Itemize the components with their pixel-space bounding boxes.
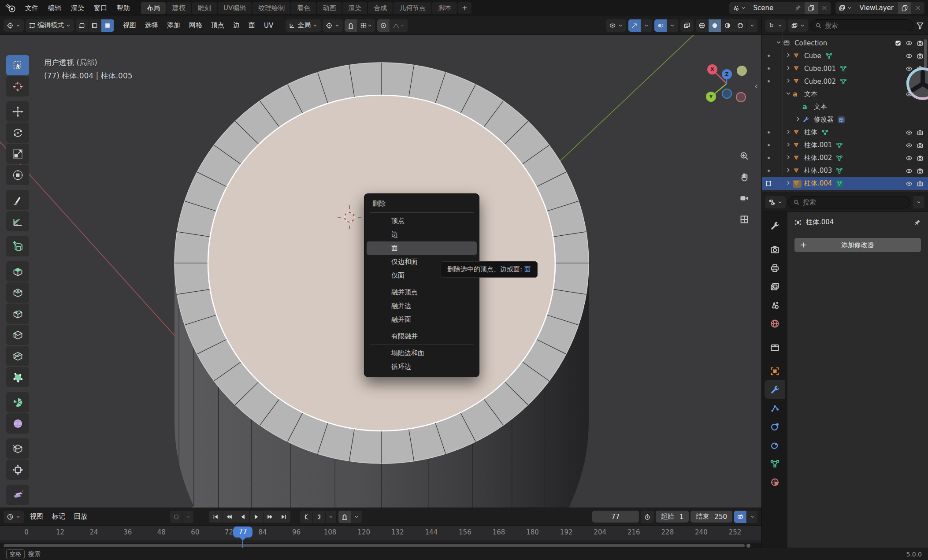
show-gizmo-toggle[interactable]: [628, 19, 641, 32]
preview-range-button[interactable]: [641, 511, 654, 523]
topbar-menu-item[interactable]: 帮助: [112, 2, 135, 14]
workspace-tab[interactable]: 建模: [167, 2, 191, 14]
play-button[interactable]: [250, 511, 263, 523]
outliner-row[interactable]: Collection: [762, 37, 928, 49]
auto-keying-toggle[interactable]: [170, 511, 183, 523]
viewport-menu-item[interactable]: 视图: [119, 19, 141, 32]
filter-funnel-icon[interactable]: [916, 21, 924, 30]
tool-extrude-region[interactable]: [6, 261, 29, 282]
editor-type-button[interactable]: [4, 19, 24, 32]
outliner-row[interactable]: Cube.001: [762, 62, 928, 75]
workspace-tab[interactable]: 布局: [141, 2, 166, 14]
menu-item[interactable]: 顶点: [367, 214, 477, 228]
camera-icon[interactable]: [917, 52, 924, 59]
mode-selector[interactable]: 编辑模式: [26, 19, 74, 32]
workspace-tab[interactable]: 动画: [317, 2, 342, 14]
outliner-row[interactable]: 柱体.002: [762, 152, 928, 164]
properties-search[interactable]: [788, 197, 910, 208]
snap-settings-button[interactable]: [357, 19, 375, 32]
shading-settings-button[interactable]: [747, 19, 758, 32]
mesh-data-icon[interactable]: [821, 129, 828, 136]
menu-item[interactable]: 融并边: [367, 299, 477, 313]
axis-y-neg-ball[interactable]: [737, 66, 747, 76]
tool-tweak-select[interactable]: [6, 55, 29, 75]
eye-icon[interactable]: [906, 142, 913, 149]
viewport-menu-item[interactable]: 顶点: [207, 19, 229, 32]
tool-shrink-fatten[interactable]: [6, 460, 29, 480]
menu-item[interactable]: 有限融并: [367, 330, 477, 343]
camera-icon[interactable]: [917, 65, 924, 72]
keying-settings-button[interactable]: [183, 511, 194, 523]
workspace-tab[interactable]: 着色: [291, 2, 316, 14]
select-mode-edge-button[interactable]: [89, 19, 101, 32]
properties-tab-object[interactable]: [765, 362, 785, 380]
eye-icon[interactable]: [906, 129, 913, 136]
mesh-data-icon[interactable]: [836, 167, 843, 174]
scene-selector[interactable]: Scene: [729, 2, 831, 14]
frame-end-field[interactable]: 结束250: [690, 511, 732, 523]
axis-x-ball[interactable]: X: [707, 64, 717, 74]
zoom-button[interactable]: [737, 148, 752, 163]
properties-tab-scene[interactable]: [765, 296, 785, 314]
viewport-menu-item[interactable]: UV: [260, 19, 278, 32]
shading-rendered-button[interactable]: [734, 19, 747, 32]
pivot-point-button[interactable]: [323, 19, 343, 32]
properties-tab-particles[interactable]: [765, 399, 785, 417]
eye-icon[interactable]: [906, 91, 913, 98]
breadcrumb-object-name[interactable]: 柱体.004: [806, 218, 834, 226]
outliner-display-mode-button[interactable]: [765, 19, 786, 32]
viewport-menu-item[interactable]: 网格: [185, 19, 207, 32]
eye-icon[interactable]: [906, 40, 913, 47]
outliner-row[interactable]: a 文本: [762, 88, 928, 100]
timeline-snap-settings[interactable]: [351, 511, 362, 523]
overlays-settings-button[interactable]: [667, 19, 678, 32]
properties-tab-tool[interactable]: [765, 216, 785, 235]
viewlayer-remove-button[interactable]: [911, 2, 924, 14]
tool-bevel[interactable]: [6, 304, 29, 324]
topbar-menu-item[interactable]: 渲染: [66, 2, 89, 14]
properties-tab-constraints[interactable]: [765, 436, 785, 454]
outliner-row[interactable]: 柱体.004: [762, 177, 928, 190]
chevron-right-icon[interactable]: [785, 77, 792, 84]
mesh-data-icon[interactable]: [836, 180, 843, 187]
workspace-tab[interactable]: UV编辑: [218, 2, 252, 14]
outliner-search-input[interactable]: [824, 22, 909, 30]
menu-item[interactable]: 循环边: [367, 360, 477, 374]
mesh-data-icon[interactable]: [836, 155, 843, 162]
tool-smooth[interactable]: [6, 413, 29, 434]
properties-tab-output[interactable]: [765, 259, 785, 277]
mesh-data-icon[interactable]: [840, 65, 847, 72]
tool-inset-faces[interactable]: [6, 282, 29, 303]
falloff-button[interactable]: [390, 19, 408, 32]
chevron-right-icon[interactable]: [785, 141, 792, 148]
chevron-right-icon[interactable]: [785, 167, 792, 174]
properties-tab-material[interactable]: [765, 473, 785, 491]
mesh-data-icon[interactable]: [840, 78, 847, 85]
tool-add-primitive[interactable]: [6, 236, 29, 256]
axis-y-ball[interactable]: Y: [706, 92, 716, 102]
viewport-menu-item[interactable]: 选择: [141, 19, 163, 32]
scene-browse-button[interactable]: [729, 2, 749, 14]
topbar-menu-item[interactable]: 编辑: [43, 2, 66, 14]
navigation-gizmo[interactable]: X Z Y: [702, 59, 753, 110]
viewlayer-new-button[interactable]: [898, 2, 911, 14]
menu-item[interactable]: 融并面: [367, 313, 477, 326]
frame-start-field[interactable]: 起始1: [656, 511, 689, 523]
tool-measure[interactable]: [6, 211, 29, 231]
select-mode-vertex-button[interactable]: [76, 19, 89, 32]
outliner-row[interactable]: a 文本: [762, 100, 928, 113]
tool-cursor[interactable]: [6, 76, 29, 96]
tool-annotate[interactable]: [6, 190, 29, 210]
pan-button[interactable]: [737, 170, 752, 185]
transform-orientation[interactable]: 全局: [286, 19, 321, 32]
show-overlays-toggle[interactable]: [654, 19, 667, 32]
current-frame-badge[interactable]: 77: [233, 527, 252, 538]
outliner-row[interactable]: Cube: [762, 49, 928, 62]
menu-item[interactable]: 塌陷边和面: [367, 346, 477, 360]
outliner-row[interactable]: 柱体: [762, 126, 928, 139]
ortho-toggle-button[interactable]: [737, 212, 752, 227]
eye-icon[interactable]: [906, 180, 913, 187]
next-keyframe-button[interactable]: [264, 511, 277, 523]
camera-icon[interactable]: [917, 167, 924, 174]
shading-material-button[interactable]: [721, 19, 734, 32]
